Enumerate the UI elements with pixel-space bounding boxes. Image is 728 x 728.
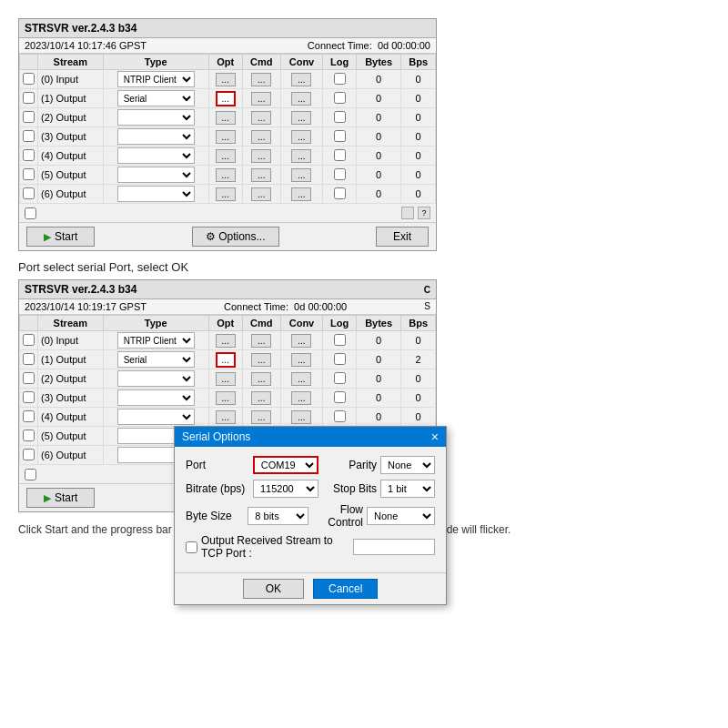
row-checkbox[interactable] bbox=[23, 334, 35, 346]
stream-opt-cell[interactable]: ... bbox=[208, 369, 242, 389]
exit-button-1[interactable]: Exit bbox=[376, 227, 429, 247]
stream-type-select[interactable] bbox=[117, 186, 195, 202]
stream-type-cell[interactable] bbox=[103, 389, 208, 408]
stream-type-select[interactable] bbox=[117, 370, 195, 387]
stream-type-cell[interactable]: Serial bbox=[103, 350, 208, 369]
log-checkbox[interactable] bbox=[334, 410, 346, 422]
row-checkbox[interactable] bbox=[23, 92, 35, 104]
cmd-button[interactable]: ... bbox=[251, 353, 271, 367]
opt-button[interactable]: ... bbox=[216, 111, 236, 125]
conv-button[interactable]: ... bbox=[291, 372, 311, 386]
cmd-button[interactable]: ... bbox=[251, 130, 271, 144]
stream-type-select[interactable] bbox=[117, 109, 195, 126]
stream-conv-cell[interactable]: ... bbox=[280, 108, 322, 127]
stream-conv-cell[interactable]: ... bbox=[280, 331, 322, 350]
stream-type-cell[interactable] bbox=[103, 108, 208, 127]
row-checkbox[interactable] bbox=[23, 130, 35, 142]
stream-opt-cell[interactable]: ... bbox=[208, 108, 242, 127]
conv-button[interactable]: ... bbox=[291, 130, 311, 144]
conv-button[interactable]: ... bbox=[291, 410, 311, 424]
stream-log-cell[interactable] bbox=[323, 350, 357, 369]
opt-button[interactable]: ... bbox=[216, 187, 236, 201]
conv-button[interactable]: ... bbox=[291, 187, 311, 201]
row-checkbox[interactable] bbox=[23, 149, 35, 161]
stream-type-cell[interactable] bbox=[103, 127, 208, 147]
stream-conv-cell[interactable]: ... bbox=[280, 350, 322, 369]
corner-icon-question-1[interactable]: ? bbox=[418, 207, 430, 219]
stream-type-cell[interactable]: Serial bbox=[103, 89, 208, 108]
row-checkbox[interactable] bbox=[23, 430, 35, 441]
stream-log-cell[interactable] bbox=[323, 185, 357, 204]
cmd-button[interactable]: ... bbox=[251, 73, 271, 86]
stream-log-cell[interactable] bbox=[323, 147, 357, 166]
conv-button[interactable]: ... bbox=[291, 334, 311, 348]
log-checkbox[interactable] bbox=[334, 73, 346, 85]
stopbits-select[interactable]: 1 bit 2 bits bbox=[380, 480, 435, 498]
stream-conv-cell[interactable]: ... bbox=[280, 408, 322, 427]
opt-button[interactable]: ... bbox=[216, 73, 236, 86]
stream-conv-cell[interactable]: ... bbox=[280, 166, 322, 185]
stream-log-cell[interactable] bbox=[323, 127, 357, 147]
cmd-button[interactable]: ... bbox=[251, 391, 271, 405]
opt-button[interactable]: ... bbox=[216, 168, 236, 182]
conv-button[interactable]: ... bbox=[291, 353, 311, 367]
ok-button[interactable]: OK bbox=[243, 579, 304, 599]
conv-button[interactable]: ... bbox=[291, 391, 311, 405]
conv-button[interactable]: ... bbox=[291, 149, 311, 163]
stream-type-cell[interactable] bbox=[103, 369, 208, 389]
stream-opt-cell[interactable]: ... bbox=[208, 389, 242, 408]
row-checkbox[interactable] bbox=[23, 449, 35, 460]
stream-log-cell[interactable] bbox=[323, 108, 357, 127]
row-checkbox[interactable] bbox=[23, 410, 35, 422]
log-checkbox[interactable] bbox=[334, 92, 346, 104]
conv-button[interactable]: ... bbox=[291, 73, 311, 86]
row-checkbox[interactable] bbox=[23, 391, 35, 403]
window2-checkbox[interactable] bbox=[25, 469, 36, 480]
row-checkbox[interactable] bbox=[23, 187, 35, 199]
stream-cmd-cell[interactable]: ... bbox=[242, 185, 280, 204]
stream-opt-cell[interactable]: ... bbox=[208, 147, 242, 166]
stream-log-cell[interactable] bbox=[323, 369, 357, 389]
opt-button[interactable]: ... bbox=[216, 91, 236, 106]
opt-button[interactable]: ... bbox=[216, 130, 236, 144]
stream-opt-cell[interactable]: ... bbox=[208, 127, 242, 147]
opt-button[interactable]: ... bbox=[216, 352, 236, 368]
stream-type-select[interactable]: Serial bbox=[117, 351, 195, 368]
window1-checkbox-strip[interactable] bbox=[25, 207, 36, 219]
stream-type-select[interactable]: NTRIP Client bbox=[117, 332, 195, 349]
stream-cmd-cell[interactable]: ... bbox=[242, 89, 280, 108]
log-checkbox[interactable] bbox=[334, 334, 346, 346]
tcp-checkbox[interactable] bbox=[186, 541, 197, 553]
stream-conv-cell[interactable]: ... bbox=[280, 389, 322, 408]
stream-conv-cell[interactable]: ... bbox=[280, 185, 322, 204]
stream-log-cell[interactable] bbox=[323, 331, 357, 350]
stream-type-cell[interactable] bbox=[103, 147, 208, 166]
stream-cmd-cell[interactable]: ... bbox=[242, 408, 280, 427]
opt-button[interactable]: ... bbox=[216, 410, 236, 424]
cmd-button[interactable]: ... bbox=[251, 111, 271, 125]
stream-opt-cell[interactable]: ... bbox=[208, 408, 242, 427]
conv-button[interactable]: ... bbox=[291, 111, 311, 125]
window1-checkbox[interactable] bbox=[25, 207, 36, 219]
stream-cmd-cell[interactable]: ... bbox=[242, 166, 280, 185]
stream-conv-cell[interactable]: ... bbox=[280, 89, 322, 108]
parity-select[interactable]: None Even Odd bbox=[380, 456, 435, 474]
stream-cmd-cell[interactable]: ... bbox=[242, 108, 280, 127]
stream-type-select[interactable] bbox=[117, 128, 195, 145]
bitrate-select[interactable]: 115200 9600 19200 38400 57600 bbox=[253, 480, 318, 498]
log-checkbox[interactable] bbox=[334, 187, 346, 199]
stream-cmd-cell[interactable]: ... bbox=[242, 147, 280, 166]
stream-cmd-cell[interactable]: ... bbox=[242, 389, 280, 408]
cmd-button[interactable]: ... bbox=[251, 149, 271, 163]
stream-type-select[interactable]: NTRIP Client bbox=[117, 71, 195, 87]
port-select[interactable]: COM19 COM1 COM2 COM3 bbox=[253, 456, 318, 474]
stream-log-cell[interactable] bbox=[323, 166, 357, 185]
conv-button[interactable]: ... bbox=[291, 92, 311, 106]
opt-button[interactable]: ... bbox=[216, 149, 236, 163]
stream-type-select[interactable]: Serial bbox=[117, 90, 195, 106]
row-checkbox[interactable] bbox=[23, 111, 35, 123]
stream-opt-cell[interactable]: ... bbox=[208, 350, 242, 369]
stream-type-cell[interactable] bbox=[103, 166, 208, 185]
tcp-port-input[interactable] bbox=[353, 539, 435, 555]
stream-log-cell[interactable] bbox=[323, 389, 357, 408]
